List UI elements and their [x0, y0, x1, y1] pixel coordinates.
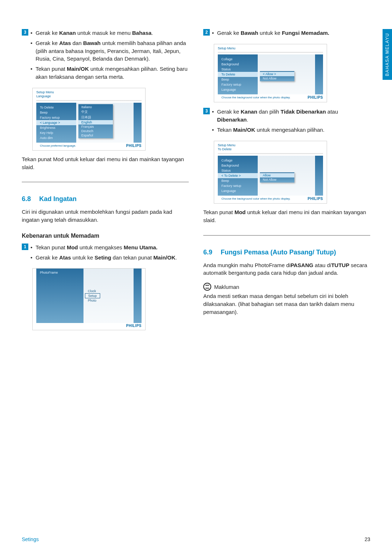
breadcrumb-1: Setup Menu [218, 143, 323, 148]
menu-item: Brightness [36, 125, 76, 130]
breadcrumb-1: Setup Menu [218, 46, 323, 51]
screenshot-main-menu: PhotoFrame ClockSetupPhoto PHILIPS [33, 269, 145, 330]
footer-section-name: Setings [22, 536, 39, 542]
philips-logo: PHILIPS [308, 197, 323, 201]
section-6-8-body: Ciri ini digunakan untuk membolehkan fun… [22, 208, 189, 224]
screen-caption: Choose preferred language. [36, 143, 80, 148]
page-number: 23 [364, 536, 370, 542]
breadcrumb-2: Language [36, 94, 142, 99]
step-3-right: 3 Gerak ke Kanan dan pilih Tidak Dibenar… [203, 108, 370, 136]
step-badge-3: 3 [22, 29, 28, 36]
section-6-9-body: Anda mungkin mahu PhotoFrame diPASANG at… [203, 261, 370, 277]
step3r-bullet-1: Gerak ke Kanan dan pilih Tidak Dibenarka… [212, 108, 370, 124]
screenshot-delete-menu-1: Setup Menu CollageBackgroundStatusTo Del… [214, 44, 327, 102]
menu-item: English [78, 120, 113, 124]
step3-bullet-1: Gerak ke Kanan untuk masuk ke menu Bahas… [30, 29, 189, 37]
note-icon [203, 283, 211, 291]
menu-item: Language [218, 188, 258, 193]
menu-item: Auto dim [36, 135, 76, 140]
menu-item: Beep [36, 110, 76, 115]
screen-caption: Choose the background color when the pho… [218, 196, 294, 201]
note-body: Anda mesti setkan masa dengan betul sebe… [203, 292, 370, 316]
language-side-tab: BAHASA MELAYU [383, 29, 392, 80]
menu-item: Status [218, 67, 258, 72]
menu-item: Collage [218, 158, 258, 163]
menu-item: Allow [260, 173, 294, 177]
menu-item: < Language > [36, 120, 76, 125]
menu-item: Not Allow [260, 177, 294, 182]
screen-caption: Choose the background color when the pho… [218, 95, 294, 100]
step-3-left: 3 Gerak ke Kanan untuk masuk ke menu Bah… [22, 29, 189, 83]
step-1: 1 Tekan punat Mod untuk mengakses Menu U… [22, 244, 189, 264]
step1-bullet-2: Gerak ke Atas untuk ke Seting dan tekan … [30, 254, 189, 262]
menu-item: Italiano [78, 105, 113, 109]
step-2: 2 Gerak ke Bawah untuk ke Fungsi Memadam… [203, 29, 370, 39]
step3r-bullet-2: Tekan Main/OK untuk mengesahkan pilihan. [212, 126, 370, 134]
after-delete-text: Tekan punat Mod untuk keluar dari menu i… [203, 208, 370, 224]
menu-item: Factory setup [218, 183, 258, 188]
screenshot-language-menu: Setup Menu Language To DeleteBeepFactory… [33, 88, 145, 150]
menu-item: Language [218, 87, 258, 92]
left-column: 3 Gerak ke Kanan untuk masuk ke menu Bah… [22, 29, 189, 335]
menu-item: < To Delete > [218, 173, 258, 178]
menu-item: 日本語 [78, 115, 113, 120]
breadcrumb-pf: PhotoFrame [40, 271, 80, 274]
menu-item: 中文 [78, 109, 113, 115]
breadcrumb-1: Setup Menu [36, 90, 142, 95]
menu-item: < Allow > [260, 72, 294, 76]
page-content: 3 Gerak ke Kanan untuk masuk ke menu Bah… [0, 0, 392, 349]
section-6-9-heading: 6.9Fungsi Pemasa (Auto Pasang/ Tutup) [203, 249, 370, 256]
menu-item: Status [218, 168, 258, 173]
menu-item: Beep [218, 77, 258, 82]
note-label: Makluman [214, 284, 239, 290]
note-heading: Makluman [203, 283, 370, 291]
breadcrumb-2: To Delete [218, 147, 323, 152]
step-badge-2: 2 [203, 29, 210, 36]
step1-bullet-1: Tekan punat Mod untuk mengakses Menu Uta… [30, 244, 189, 252]
step-badge-1: 1 [22, 244, 28, 250]
philips-logo: PHILIPS [308, 95, 323, 99]
section-divider [22, 182, 189, 182]
after-lang-text: Tekan punat Mod untuk keluar dari menu i… [22, 155, 189, 171]
menu-item: Beep [218, 178, 258, 183]
philips-logo: PHILIPS [126, 144, 142, 148]
right-column: 2 Gerak ke Bawah untuk ke Fungsi Memadam… [203, 29, 370, 335]
step3-bullet-2: Gerak ke Atas dan Bawah untuk memilih ba… [30, 39, 189, 63]
menu-item: Español [78, 133, 113, 138]
menu-item: Factory setup [218, 82, 258, 87]
screenshot-delete-menu-2: Setup Menu To Delete CollageBackgroundSt… [214, 141, 327, 203]
menu-item: Deutsch [78, 129, 113, 133]
menu-item: Photo [85, 298, 99, 303]
step-badge-3: 3 [203, 108, 210, 114]
step3-bullet-3: Tekan punat Main/OK untuk mengesahkan pi… [30, 65, 189, 81]
menu-item: Not Allow [260, 76, 294, 81]
menu-item: Français [78, 124, 113, 129]
menu-item: Background [218, 163, 258, 168]
section-6-8-heading: 6.8Kad Ingatan [22, 195, 189, 203]
menu-item: To Delete [36, 105, 76, 110]
section-divider [203, 235, 370, 236]
subheading-kebenaran: Kebenaran untuk Memadam [22, 233, 189, 239]
step2-bullet-1: Gerak ke Bawah untuk ke Fungsi Memadam. [212, 29, 370, 37]
page-footer: Setings 23 [22, 536, 370, 542]
menu-item: Key Help [36, 130, 76, 135]
menu-item: Setup [85, 293, 100, 298]
menu-item: Collage [218, 57, 258, 62]
philips-logo: PHILIPS [126, 324, 142, 328]
menu-item: Factory setup [36, 115, 76, 120]
menu-item: To Delete [218, 72, 258, 77]
menu-item: Clock [85, 289, 99, 293]
menu-item: Background [218, 62, 258, 67]
